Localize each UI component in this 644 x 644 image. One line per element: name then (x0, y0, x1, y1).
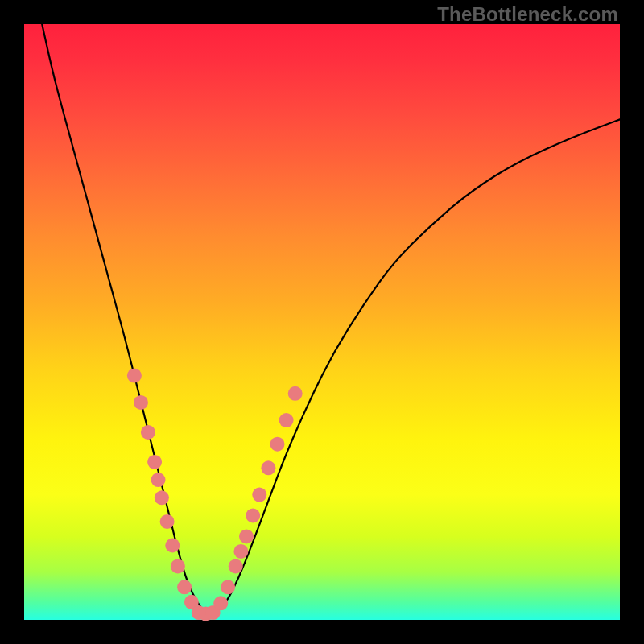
marker-dot (165, 539, 180, 553)
marker-dot (155, 490, 169, 505)
bottleneck-curve (42, 24, 620, 614)
marker-dot (239, 529, 254, 543)
marker-dot (233, 544, 248, 559)
marker-dot (213, 596, 228, 610)
highlight-markers (127, 369, 303, 621)
watermark-text: TheBottleneck.com (437, 3, 618, 26)
marker-dot (160, 514, 175, 529)
marker-dot (252, 488, 266, 502)
marker-dot (288, 386, 303, 401)
marker-dot (270, 437, 285, 452)
chart-frame: TheBottleneck.com (0, 0, 644, 644)
marker-dot (171, 559, 185, 573)
plot-area (24, 24, 620, 620)
marker-dot (229, 559, 243, 573)
marker-dot (261, 460, 275, 475)
marker-dot (127, 369, 142, 383)
chart-svg (24, 24, 620, 620)
marker-dot (279, 413, 294, 427)
marker-dot (177, 580, 192, 594)
marker-dot (221, 580, 235, 594)
marker-dot (141, 425, 155, 440)
marker-dot (246, 509, 260, 523)
marker-dot (134, 395, 148, 410)
marker-dot (151, 473, 166, 487)
marker-dot (147, 455, 162, 469)
